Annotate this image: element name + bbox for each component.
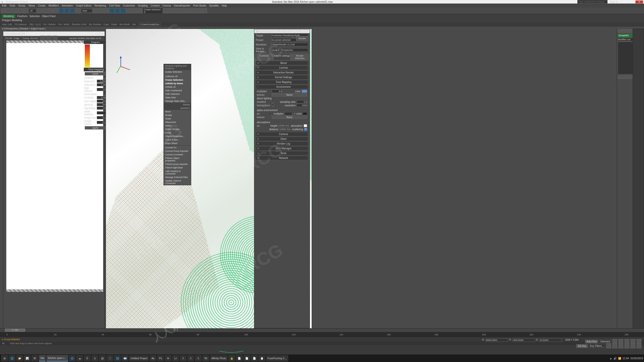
tm-input[interactable] (97, 88, 106, 91)
render-button[interactable] (202, 8, 207, 13)
taskbar-item[interactable]: M (31, 355, 38, 361)
nav-fov-icon[interactable] (618, 343, 623, 348)
tab-render-elements[interactable]: Render Elements (291, 54, 309, 60)
unique-icon[interactable] (626, 75, 629, 79)
color2-swatch[interactable] (303, 112, 307, 115)
macro-label[interactable]: 8K (2, 342, 5, 345)
minimize-button[interactable]: ─ (620, 1, 628, 3)
rt-mode2[interactable]: beauty element (22, 37, 39, 40)
ctx-item[interactable]: FStorm object properties (164, 156, 191, 162)
section-about[interactable]: +About (256, 61, 308, 65)
transform-gizmo[interactable] (113, 57, 129, 77)
ctx-item[interactable]: Unfreeze All (164, 75, 191, 78)
menu-scripting[interactable]: Scripting (138, 4, 148, 7)
menu-customize[interactable]: Customize (123, 4, 135, 7)
enabled-check[interactable]: ✓ (272, 101, 274, 103)
ctx-item[interactable]: Rotate (164, 113, 191, 117)
move-button[interactable] (59, 8, 64, 13)
height-input[interactable] (278, 124, 289, 127)
percent-snap-button[interactable] (120, 8, 126, 13)
res-input[interactable] (297, 104, 307, 107)
ctx-item[interactable]: Isolate Selection (164, 70, 191, 74)
close-button[interactable]: ✕ (635, 1, 643, 3)
section-tone-mapping[interactable]: +Tone Mapping (256, 80, 308, 84)
tab-selection[interactable]: Selection (29, 15, 40, 18)
goto-end-icon[interactable] (636, 339, 641, 344)
tm-input[interactable] (97, 116, 106, 119)
coord-z[interactable] (539, 338, 562, 342)
ctx-item[interactable]: Unhide All (164, 85, 191, 89)
tab-fstorm[interactable]: FStorm settings (273, 54, 291, 60)
hemi-check[interactable]: ✓ (272, 104, 274, 107)
taskbar-item[interactable]: 🔒 (228, 355, 235, 361)
env-header[interactable]: -Environment (256, 85, 308, 89)
ctx-item[interactable]: State Sets (164, 96, 191, 99)
maximize-button[interactable]: ☐ (628, 1, 635, 3)
taskbar-item[interactable]: Affinity Photo (210, 355, 228, 361)
coord-x[interactable] (486, 338, 508, 342)
menu-views[interactable]: Views (28, 4, 35, 7)
curve-editor-button[interactable] (174, 8, 179, 13)
menu-create[interactable]: Create (38, 4, 46, 7)
search-input[interactable] (577, 0, 608, 4)
env-color-swatch[interactable] (302, 90, 307, 93)
coord-y[interactable] (512, 338, 535, 342)
menu-print-studio[interactable]: Print Studio (193, 4, 206, 7)
nav-pan-icon[interactable] (624, 343, 629, 348)
ctx-item[interactable]: Corona Proxy Exporter (164, 149, 191, 153)
absorb-swatch[interactable] (304, 124, 307, 127)
section-gpu-manager[interactable]: +GPU Manager (256, 146, 308, 151)
align-button[interactable] (163, 8, 168, 13)
menu-animation[interactable]: Animation (62, 4, 73, 7)
filter-select[interactable]: All (29, 9, 36, 13)
hotbar-random-uvw[interactable]: Random UVW (72, 23, 87, 26)
taskbar-item[interactable]: ⏻ (99, 355, 106, 361)
taskbar-item[interactable]: 📄 (243, 355, 250, 361)
section-interactive-render[interactable]: +Interactive Render (256, 70, 308, 75)
angle-snap-button[interactable] (115, 8, 120, 13)
taskbar-item[interactable]: 🌐 (9, 355, 16, 361)
taskbar-item[interactable]: Ps (157, 355, 164, 361)
goto-start-icon[interactable] (612, 339, 617, 344)
tab-common[interactable]: Common (255, 54, 273, 60)
section-license[interactable]: +License (256, 66, 308, 70)
signin-link[interactable]: Sign In (610, 1, 618, 3)
keymode-button[interactable] (104, 8, 109, 13)
tm-input[interactable] (97, 121, 106, 124)
path-input[interactable] (138, 23, 161, 26)
taskbar-item[interactable]: 📄 (236, 355, 243, 361)
scale-button[interactable] (70, 8, 75, 13)
menu-rendering[interactable]: Rendering (95, 4, 106, 7)
render-row-select[interactable]: FStormRender v1.3.0d (271, 43, 308, 46)
section-network[interactable]: +Network (256, 156, 308, 160)
manip-button[interactable] (98, 8, 103, 13)
taskbar-item[interactable]: 📁 (16, 355, 23, 361)
ctx-item[interactable]: Dope Sheet (164, 142, 191, 145)
polygon-modeling-label[interactable]: Polygon Modeling (2, 19, 22, 22)
tonemap-header[interactable]: - Tone mapping (84, 68, 107, 71)
rt-clone-icon[interactable] (52, 36, 57, 41)
play-icon[interactable] (624, 339, 629, 344)
taskbar-item[interactable]: 3ds (39, 355, 46, 361)
unlink-button[interactable] (18, 8, 23, 13)
nav-orbit-icon[interactable] (630, 343, 635, 348)
taskbar-item[interactable]: ✉ (165, 355, 172, 361)
ctx-item[interactable]: Object Properties... (164, 134, 191, 138)
bind-button[interactable] (23, 8, 28, 13)
hierarchy-tab-icon[interactable] (626, 29, 629, 33)
taskbar-item[interactable]: S (84, 355, 91, 361)
tm-input[interactable] (97, 83, 106, 86)
tm-input[interactable] (97, 96, 106, 99)
taskbar-item[interactable]: 人 (187, 355, 194, 361)
viewport-label[interactable]: [+] [Perspective ] [Shaded + Edged Faces… (2, 27, 46, 30)
taskbar-item[interactable]: Untitled Project (129, 355, 149, 361)
tm-input[interactable] (97, 80, 106, 83)
section-glare[interactable]: +Glare (256, 137, 308, 141)
section-kernel-settings[interactable]: +Kernel Settings (256, 75, 308, 79)
menu-tools[interactable]: Tools (9, 4, 15, 7)
prev-frame-icon[interactable] (618, 339, 623, 344)
redo-button[interactable] (7, 8, 12, 13)
ctx-item[interactable]: Add Asset(s) to Connecter (164, 169, 191, 175)
ctx-item[interactable]: Manage State Sets... (164, 99, 191, 103)
on-check[interactable] (269, 112, 271, 115)
